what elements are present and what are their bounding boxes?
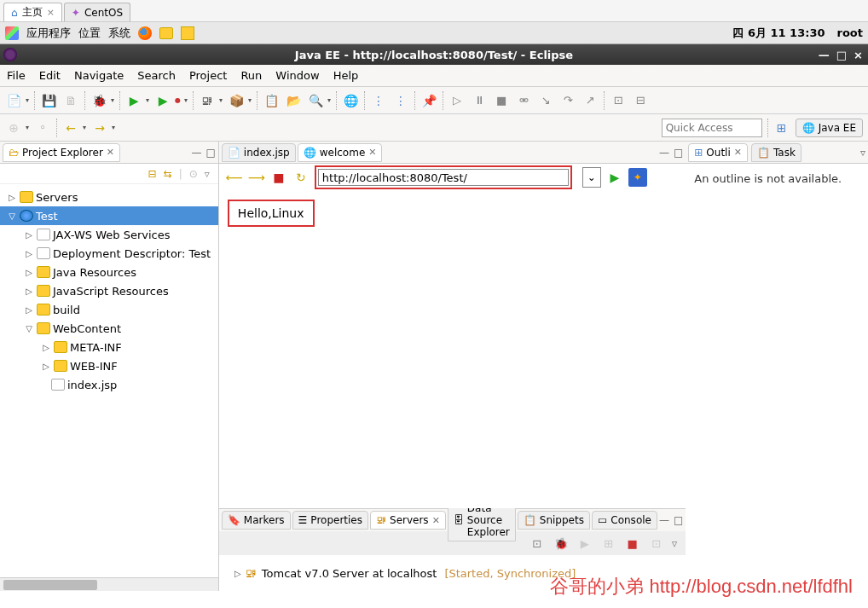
tree-item-build[interactable]: ▷build: [0, 300, 218, 319]
focus-task-button[interactable]: ⊙: [189, 168, 198, 180]
step-filter-button[interactable]: ⊟: [632, 92, 649, 109]
browser-button[interactable]: 🌐: [342, 92, 359, 109]
view-menu-button[interactable]: ▿: [860, 147, 865, 159]
user-menu[interactable]: root: [837, 26, 864, 39]
tasklist-tab[interactable]: 📋 Task: [751, 143, 801, 162]
drop-frame-button[interactable]: ⊡: [610, 92, 627, 109]
go-button[interactable]: ▶: [606, 169, 623, 186]
link-editor-button[interactable]: ⇆: [164, 168, 172, 180]
maximize-editor-button[interactable]: □: [674, 147, 683, 159]
editor-tab-welcome[interactable]: 🌐 welcome ✕: [298, 143, 383, 162]
apps-menu-icon[interactable]: [5, 26, 19, 40]
view-menu-button[interactable]: ▿: [672, 537, 678, 550]
new-server-button[interactable]: 🖳: [199, 92, 216, 109]
forward-history-button[interactable]: →: [91, 119, 108, 136]
new-package-button[interactable]: 📦: [228, 92, 245, 109]
maximize-bottom-button[interactable]: □: [674, 514, 683, 526]
quick-access-input[interactable]: [662, 119, 762, 137]
run-button[interactable]: ▶: [125, 92, 142, 109]
view-menu-button[interactable]: ▿: [205, 168, 210, 180]
disconnect-button[interactable]: ⚮: [515, 92, 532, 109]
browser-manager-button[interactable]: ✦: [628, 168, 647, 187]
server-publish-button[interactable]: ⊞: [600, 535, 617, 552]
tree-item-webcontent[interactable]: ▽WebContent: [0, 319, 218, 338]
browser-tab-home[interactable]: ⌂ 主页 ×: [3, 3, 62, 21]
menu-help[interactable]: Help: [333, 69, 359, 82]
debug-button[interactable]: 🐞: [90, 92, 107, 109]
search-button[interactable]: 🔍: [307, 92, 324, 109]
tree-item-jsres[interactable]: ▷JavaScript Resources: [0, 281, 218, 300]
text-editor-icon[interactable]: [181, 26, 194, 40]
minimize-bottom-button[interactable]: —: [659, 514, 669, 526]
server-clean-button[interactable]: ⊡: [648, 535, 665, 552]
menu-file[interactable]: File: [7, 69, 26, 82]
minimize-button[interactable]: —: [819, 49, 830, 61]
browser-forward-button[interactable]: ⟶: [248, 169, 265, 186]
project-explorer-tab[interactable]: 🗁 Project Explorer ✕: [3, 143, 120, 162]
close-icon[interactable]: ✕: [368, 147, 376, 158]
browser-tab-centos[interactable]: ✦ CentOS: [64, 3, 130, 21]
firefox-icon[interactable]: [138, 26, 152, 40]
server-profile-button[interactable]: ⊡: [529, 535, 546, 552]
step-into-button[interactable]: ↘: [537, 92, 554, 109]
tab-markers[interactable]: 🔖Markers: [222, 511, 291, 530]
close-icon[interactable]: ✕: [107, 147, 114, 158]
url-dropdown-button[interactable]: ⌄: [582, 167, 601, 188]
toggle-breadcrumb-button[interactable]: ⋮: [370, 92, 387, 109]
step-over-button[interactable]: ↷: [559, 92, 576, 109]
browser-back-button[interactable]: ⟵: [226, 169, 243, 186]
open-type-button[interactable]: 📂: [285, 92, 302, 109]
maximize-view-button[interactable]: □: [206, 147, 216, 159]
tree-item-test[interactable]: ▽Test: [0, 206, 218, 225]
menu-project[interactable]: Project: [189, 69, 227, 82]
toggle-mark-button[interactable]: ⋮: [392, 92, 409, 109]
menu-navigate[interactable]: Navigate: [74, 69, 124, 82]
tab-servers[interactable]: 🖳Servers✕: [370, 511, 446, 530]
outline-tab[interactable]: ⊞ Outli ✕: [688, 143, 748, 162]
terminate-button[interactable]: ■: [493, 92, 510, 109]
apps-menu[interactable]: 应用程序: [26, 26, 71, 41]
tree-item-metainf[interactable]: ▷META-INF: [0, 338, 218, 356]
menu-window[interactable]: Window: [275, 69, 319, 82]
minimize-editor-button[interactable]: —: [659, 147, 669, 159]
new-button[interactable]: 📄: [5, 92, 22, 109]
close-icon[interactable]: ✕: [734, 147, 742, 158]
server-stop-button[interactable]: ■: [624, 535, 641, 552]
close-window-button[interactable]: ×: [854, 49, 863, 61]
server-debug-button[interactable]: 🐞: [553, 535, 570, 552]
tree-item-jaxws[interactable]: ▷JAX-WS Web Services: [0, 225, 218, 244]
tree-item-dd[interactable]: ▷Deployment Descriptor: Test: [0, 244, 218, 263]
system-menu[interactable]: 系统: [108, 26, 130, 41]
open-task-button[interactable]: ⊕: [5, 119, 22, 136]
horizontal-scrollbar[interactable]: [0, 577, 218, 591]
editor-tab-indexjsp[interactable]: 📄 index.jsp: [222, 143, 296, 162]
tree-item-jres[interactable]: ▷Java Resources: [0, 263, 218, 281]
open-perspective-button[interactable]: ⊞: [773, 119, 790, 136]
menu-edit[interactable]: Edit: [39, 69, 61, 82]
files-icon[interactable]: [159, 27, 173, 39]
perspective-javaee-button[interactable]: 🌐 Java EE: [796, 119, 863, 137]
tree-item-indexjsp[interactable]: index.jsp: [0, 375, 218, 394]
close-icon[interactable]: ×: [47, 7, 55, 18]
browser-stop-button[interactable]: ■: [270, 169, 287, 186]
close-icon[interactable]: ✕: [432, 515, 440, 526]
server-run-button[interactable]: ▶: [576, 535, 593, 552]
tree-item-servers[interactable]: ▷Servers: [0, 188, 218, 206]
maximize-button[interactable]: □: [836, 49, 847, 61]
unknown-button[interactable]: 📋: [263, 92, 280, 109]
menu-run[interactable]: Run: [240, 69, 262, 82]
tab-console[interactable]: ▭Console: [592, 511, 657, 530]
browser-refresh-button[interactable]: ↻: [292, 169, 310, 186]
clock[interactable]: 四 6月 11 13:30: [732, 26, 825, 41]
places-menu[interactable]: 位置: [78, 26, 101, 41]
pin-button[interactable]: 📌: [420, 92, 437, 109]
minimize-view-button[interactable]: —: [192, 147, 202, 159]
back-history-button[interactable]: ←: [62, 119, 79, 136]
tab-snippets[interactable]: 📋Snippets: [518, 511, 590, 530]
tab-properties[interactable]: ☰Properties: [292, 511, 368, 530]
resume-button[interactable]: ▷: [448, 92, 466, 109]
collapse-all-button[interactable]: ⊟: [148, 168, 157, 180]
url-input[interactable]: [318, 169, 569, 186]
tree-item-webinf[interactable]: ▷WEB-INF: [0, 356, 218, 375]
pin-editor-button[interactable]: ◦: [34, 119, 51, 136]
